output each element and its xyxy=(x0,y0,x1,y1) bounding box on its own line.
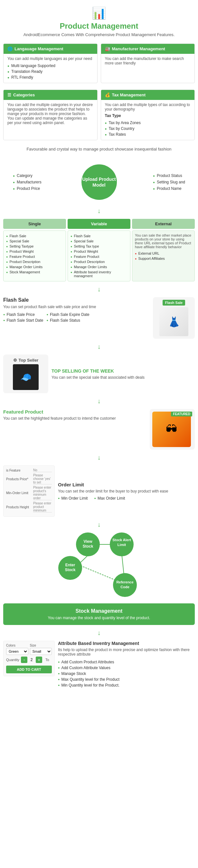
list-item: Multi language Supported xyxy=(7,63,93,69)
list-item: Manage Stock xyxy=(58,671,195,677)
list-item: Product Description xyxy=(70,259,128,264)
list-item: Attribute based inventry managment xyxy=(70,270,128,278)
color-select[interactable]: Green xyxy=(6,648,28,655)
list-item: Special Sale xyxy=(70,239,128,244)
form-value: Please enter product's minimum order xyxy=(33,486,52,500)
list-item: Flash Sale Price xyxy=(3,312,43,317)
order-limit-section: is Feature No Products Price* Please cho… xyxy=(0,462,198,520)
manufacturer-icon: 🏭 xyxy=(105,46,110,51)
arrow-down-4-icon: ↓ xyxy=(0,397,198,406)
middle-cards-row: ☰ Categories You can add the multiple ca… xyxy=(0,86,198,144)
list-item: Product Weight xyxy=(6,249,63,254)
flash-badge: Flash Sale 👗 xyxy=(153,297,195,339)
arrow-down-5-icon: ↓ xyxy=(0,453,198,462)
categories-card: ☰ Categories You can add the multiple ca… xyxy=(3,90,98,140)
tab-single-content: Flash Sale Special Sale Setting Taxtype … xyxy=(3,230,66,281)
header-icon: 📊 xyxy=(3,6,195,20)
arrow-down-icon: ↓ xyxy=(0,206,198,216)
upload-right-col: ●Product Status ●Setting Slug and ●Produ… xyxy=(153,173,185,192)
categories-icon: ☰ xyxy=(7,93,11,97)
svg-text:Limit: Limit xyxy=(117,543,126,547)
size-col: Size Small xyxy=(30,644,52,655)
list-item: External URL xyxy=(135,251,192,256)
order-limit-title: Order Limit xyxy=(58,482,195,487)
tax-card-header: 💰 Tax Management xyxy=(101,90,195,100)
qty-total-label: To xyxy=(45,658,49,662)
form-label: Min-Order Limit xyxy=(6,491,32,495)
list-item: Feature Product xyxy=(70,254,128,259)
list-item: Max Order Limit xyxy=(94,496,125,501)
stock-mgmt-title: Stock Management xyxy=(8,608,190,614)
categories-card-header: ☰ Categories xyxy=(4,90,97,100)
list-item: Special Sale xyxy=(6,239,63,244)
list-item: Product Weight xyxy=(70,249,128,254)
list-item: Setting Tax type xyxy=(70,244,128,249)
form-label: Products Price* xyxy=(6,477,32,481)
attribute-right: Attribute Based Inventry Management Its … xyxy=(58,641,195,688)
size-select[interactable]: Small xyxy=(30,648,52,655)
upload-left-col: ●Category ●Manufacturers ●Product Price xyxy=(13,173,41,192)
list-item: Translation Ready xyxy=(7,69,93,74)
featured-product-image: 🕶 xyxy=(152,412,191,447)
featured-label: FEATURED xyxy=(171,412,192,416)
list-item: Support Affiliates xyxy=(135,256,192,261)
tab-variable[interactable]: Variable xyxy=(68,219,130,229)
flash-col-right: Flash Sale Expire Date Flash Sale Status xyxy=(47,312,90,323)
upload-section-text: Favourable and crystal way to manage pro… xyxy=(0,144,198,155)
list-item: Flash Sale Status xyxy=(47,317,90,323)
form-row-height: Products Height Please enter product min… xyxy=(6,501,52,513)
form-value: Please enter product minimum xyxy=(33,501,52,513)
flash-sale-items: Flash Sale Price Flash Sale Start Date F… xyxy=(3,312,150,323)
attribute-form: Colors Green Size Small Quantity - 2 xyxy=(3,641,55,676)
list-item: ●Product Name xyxy=(153,185,185,192)
manufacturer-card: 🏭 Manufacturer Management You can add th… xyxy=(101,43,195,83)
tax-type-label: Tax Type xyxy=(105,114,191,118)
arrow-down-7-icon: ↓ xyxy=(0,628,198,638)
flash-sale-desc: You can set product flash sale with sale… xyxy=(3,305,150,309)
svg-text:Code: Code xyxy=(121,585,129,589)
attribute-list: Add Custom Product Attributes Add Custom… xyxy=(58,659,195,688)
featured-desc: You can set the highlighted feature prod… xyxy=(3,416,146,421)
tax-icon: 💰 xyxy=(105,93,110,97)
featured-title: Featured Product xyxy=(3,409,146,414)
list-item: ●Product Status xyxy=(153,173,185,179)
flash-sale-section: Flash Sale You can set product flash sal… xyxy=(0,294,198,342)
language-card-header: 🌐 Langauage Management xyxy=(4,44,97,54)
tab-single[interactable]: Single xyxy=(3,219,66,229)
upload-circle: Upload Product Model xyxy=(81,164,117,200)
tax-list: Tax by Area Zones Tax by Country Tax Rat… xyxy=(105,120,191,137)
list-item: ●Manufacturers xyxy=(13,179,41,185)
color-col: Colors Green xyxy=(6,644,28,655)
flash-sale-right: Flash Sale 👗 xyxy=(153,297,195,339)
list-item: Max Quantity level for the Product xyxy=(58,677,195,682)
add-to-cart-button[interactable]: ADD TO CART xyxy=(6,665,52,673)
flash-col-left: Flash Sale Price Flash Sale Start Date xyxy=(3,312,43,323)
qty-row: Quantity - 2 + To xyxy=(6,657,52,663)
tax-card-body: You can add the multiple types of tax ac… xyxy=(101,100,195,140)
list-item: Add Custom Attribute Values xyxy=(58,665,195,671)
attribute-section: Colors Green Size Small Quantity - 2 xyxy=(0,638,198,691)
manufacturer-card-header: 🏭 Manufacturer Management xyxy=(101,44,195,54)
list-item: ●Setting Slug and xyxy=(153,179,185,185)
flash-product-image: 👗 xyxy=(159,307,188,336)
top-cards-row: 🌐 Langauage Management You can add multi… xyxy=(0,40,198,86)
order-limit-right: Order Limit You can set the order limit … xyxy=(58,482,195,501)
qty-plus-button[interactable]: + xyxy=(36,657,42,663)
tab-content: Flash Sale Special Sale Setting Taxtype … xyxy=(0,229,198,285)
qty-minus-button[interactable]: - xyxy=(21,657,27,663)
list-item: ●Category xyxy=(13,173,41,179)
color-label: Colors xyxy=(6,644,28,647)
tab-variable-content: Flash Sale Special Sale Setting Tax type… xyxy=(68,230,130,281)
list-item: Tax by Area Zones xyxy=(105,120,191,126)
header: 📊 Product Management AndroidEcommerce Co… xyxy=(0,0,198,40)
list-item: Product Description xyxy=(6,259,63,264)
list-item: Manage Order Limits xyxy=(6,264,63,270)
tab-external[interactable]: External xyxy=(132,219,195,229)
list-item: Flash Sale xyxy=(6,234,63,239)
tax-card: 💰 Tax Management You can add the multipl… xyxy=(101,90,195,140)
topseller-section: ⚙ Top Seller 🧢 TOP SELLING OF THE WEEK Y… xyxy=(0,351,198,397)
upload-area: ●Category ●Manufacturers ●Product Price … xyxy=(0,155,198,206)
manufacturer-card-body: You can add the manufacturer to make sea… xyxy=(101,54,195,70)
product-tabs: Single Variable External xyxy=(0,216,198,229)
order-form: is Feature No Products Price* Please cho… xyxy=(3,465,55,517)
